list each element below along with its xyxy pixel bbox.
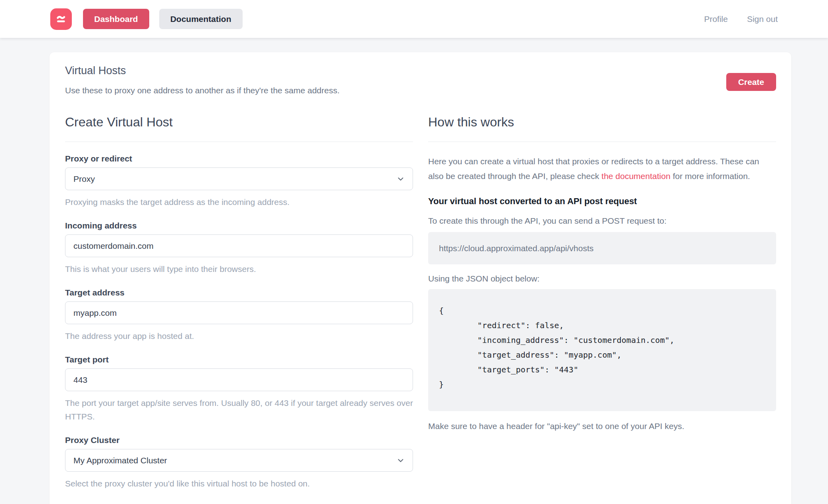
target-port-label: Target port [65,355,413,364]
proxy-or-redirect-group: Proxy or redirect Proxy Proxying masks t… [65,154,413,209]
incoming-address-helper: This is what your users will type into t… [65,262,413,276]
target-address-helper: The address your app is hosted at. [65,329,413,343]
top-navbar: Dashboard Documentation Profile Sign out [0,0,828,38]
page-subtitle: Use these to proxy one address to anothe… [65,86,726,95]
json-code-text: { "redirect": false, "incoming_address":… [439,303,765,392]
card-header-text: Virtual Hosts Use these to proxy one add… [65,63,726,95]
card-header: Virtual Hosts Use these to proxy one add… [65,63,776,95]
proxy-or-redirect-select[interactable]: Proxy [65,167,413,190]
post-request-instruction: To create this through the API, you can … [428,216,776,226]
target-port-helper: The port your target app/site serves fro… [65,396,413,423]
nav-documentation-button[interactable]: Documentation [159,9,243,29]
nav-signout-link[interactable]: Sign out [747,14,778,24]
json-intro-text: Using the JSON object below: [428,274,776,284]
incoming-address-input[interactable] [65,234,413,257]
how-this-works-divider [428,142,776,142]
api-url-box: https://cloud.approximated.app/api/vhost… [428,232,776,264]
proxy-cluster-select[interactable]: My Approximated Cluster [65,449,413,472]
nav-dashboard-button[interactable]: Dashboard [83,9,149,29]
proxy-cluster-group: Proxy Cluster My Approximated Cluster Se… [65,435,413,490]
target-address-label: Target address [65,288,413,297]
form-heading-divider [65,142,413,142]
api-key-note: Make sure to have a header for "api-key"… [428,421,776,431]
proxy-cluster-helper: Select the proxy cluster you'd like this… [65,477,413,490]
documentation-link[interactable]: the documentation [601,171,670,181]
target-address-control [65,301,413,324]
create-virtual-host-section: Create Virtual Host Proxy or redirect Pr… [65,114,413,504]
create-button[interactable]: Create [726,73,776,91]
proxy-or-redirect-label: Proxy or redirect [65,154,413,163]
target-address-group: Target address The address your app is h… [65,288,413,343]
how-this-works-section: How this works Here you can create a vir… [428,114,776,504]
target-port-control [65,368,413,391]
proxy-or-redirect-helper: Proxying masks the target address as the… [65,195,413,209]
incoming-address-control [65,234,413,257]
how-this-works-intro: Here you can create a virtual host that … [428,154,776,183]
content-columns: Create Virtual Host Proxy or redirect Pr… [65,114,776,504]
how-this-works-heading: How this works [428,114,776,130]
incoming-address-group: Incoming address This is what your users… [65,221,413,276]
json-code-box: { "redirect": false, "incoming_address":… [428,289,776,411]
approx-equal-icon [54,12,68,26]
api-url-text: https://cloud.approximated.app/api/vhost… [439,244,594,253]
app-logo[interactable] [50,8,72,30]
incoming-address-label: Incoming address [65,221,413,230]
page-title: Virtual Hosts [65,63,726,78]
proxy-cluster-control: My Approximated Cluster [65,449,413,472]
api-request-heading: Your virtual host converted to an API po… [428,196,776,207]
intro-text-after-link: for more information. [670,171,750,181]
virtual-hosts-card: Virtual Hosts Use these to proxy one add… [49,52,791,504]
target-address-input[interactable] [65,301,413,324]
proxy-or-redirect-control: Proxy [65,167,413,190]
nav-profile-link[interactable]: Profile [704,14,728,24]
target-port-input[interactable] [65,368,413,391]
form-heading: Create Virtual Host [65,114,413,130]
proxy-cluster-label: Proxy Cluster [65,435,413,445]
target-port-group: Target port The port your target app/sit… [65,355,413,423]
